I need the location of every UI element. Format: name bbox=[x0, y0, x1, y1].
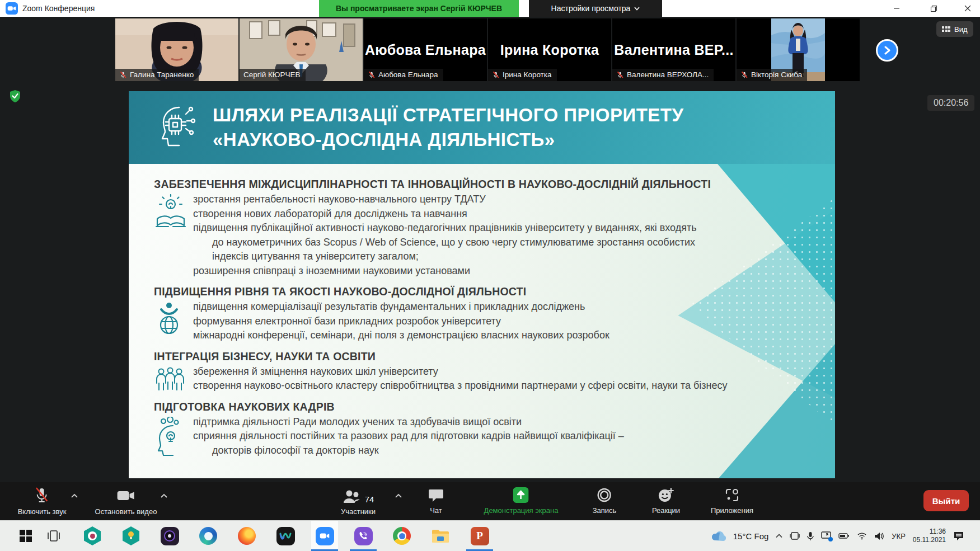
participants-button[interactable]: 74 Участники bbox=[341, 487, 376, 516]
chat-button[interactable]: Чат bbox=[428, 487, 444, 515]
participant-tile-ayubova[interactable]: Аюбова Ельнара Аюбова Ельнара bbox=[364, 18, 487, 81]
participants-icon bbox=[343, 489, 360, 504]
bullet: розширення співпраці з іноземними науков… bbox=[193, 264, 824, 279]
mic-muted-icon bbox=[35, 487, 49, 504]
system-tray: 15°C Fog УКР 11:36 05.11.2021 bbox=[711, 521, 964, 551]
windows-logo-icon bbox=[19, 529, 32, 543]
minimize-icon bbox=[893, 5, 900, 12]
meeting-stage: Галина Тараненко bbox=[0, 17, 980, 520]
person-globe-icon bbox=[154, 300, 193, 343]
tray-battery-icon[interactable] bbox=[838, 532, 850, 540]
section-heading: ЗАБЕЗПЕЧЕННЯ МІЖДИСЦИПЛІНАРНОСТІ ТА ІННО… bbox=[154, 178, 835, 191]
reactions-smiley-icon bbox=[658, 487, 674, 503]
chat-bubble-icon bbox=[428, 487, 444, 503]
chrome-browser-icon[interactable] bbox=[388, 521, 415, 551]
record-button[interactable]: Запись bbox=[593, 487, 617, 515]
mic-muted-icon bbox=[492, 71, 500, 79]
video-strip: Галина Тараненко bbox=[115, 18, 860, 81]
apps-button[interactable]: Приложения bbox=[711, 487, 753, 515]
tray-volume-icon[interactable] bbox=[874, 532, 884, 540]
bullet: формування електронної бази прикладних р… bbox=[193, 314, 824, 329]
minimize-button[interactable] bbox=[883, 0, 909, 17]
zoom-control-bar: Включить звук Остановить видео bbox=[0, 482, 980, 520]
view-settings-dropdown[interactable]: Настройки просмотра bbox=[529, 0, 662, 17]
slide-section: ІНТЕГРАЦІЯ БІЗНЕСУ, НАУКИ ТА ОСВІТИ bbox=[154, 350, 835, 393]
firefox-browser-icon[interactable] bbox=[233, 521, 260, 551]
mic-muted-icon bbox=[368, 71, 376, 79]
start-button[interactable] bbox=[12, 521, 39, 551]
file-explorer-icon[interactable] bbox=[427, 521, 454, 551]
idea-hexagon-app-icon[interactable] bbox=[118, 521, 144, 551]
bullet: підтримка діяльності Ради молодих учених… bbox=[193, 415, 824, 430]
close-button[interactable] bbox=[954, 0, 980, 17]
date: 05.11.2021 bbox=[913, 536, 946, 544]
reactions-button[interactable]: Реакции bbox=[652, 487, 680, 515]
tray-screenshare-icon[interactable] bbox=[821, 531, 831, 540]
slide-title-block: ШЛЯХИ РЕАЛІЗАЦІЇ СТРАТЕГІЧНОГО ПРІОРИТЕТ… bbox=[213, 103, 684, 152]
window-titlebar: Zoom Конференция Вы просматриваете экран… bbox=[0, 0, 980, 17]
language-indicator[interactable]: УКР bbox=[892, 532, 906, 540]
tray-wifi-icon[interactable] bbox=[857, 532, 867, 540]
tray-camera-icon[interactable] bbox=[790, 531, 800, 540]
window-title: Zoom Конференция bbox=[22, 4, 95, 13]
zoom-app-icon bbox=[6, 2, 18, 15]
close-icon bbox=[964, 5, 971, 12]
weather-text[interactable]: 15°C Fog bbox=[733, 531, 769, 541]
section-heading: ПІДВИЩЕННЯ РІВНЯ ТА ЯКОСТІ НАУКОВО-ДОСЛІ… bbox=[154, 285, 835, 298]
restore-button[interactable] bbox=[921, 0, 947, 17]
participant-name-label: Вікторія Скиба bbox=[737, 69, 807, 81]
bullet: підвищення комерціалізації результатів ф… bbox=[193, 300, 824, 314]
bullet: індексів цитування та університету загал… bbox=[212, 249, 824, 264]
mic-muted-icon bbox=[119, 71, 127, 79]
video-camera-icon bbox=[116, 487, 135, 504]
edge-browser-icon[interactable] bbox=[195, 521, 222, 551]
webex-app-icon[interactable] bbox=[272, 521, 299, 551]
media-app-icon[interactable] bbox=[156, 521, 183, 551]
participant-name-label: Аюбова Ельнара bbox=[364, 69, 443, 81]
section-heading: ПІДГОТОВКА НАУКОВИХ КАДРІВ bbox=[154, 401, 835, 413]
bullet: докторів філософії та докторів наук bbox=[212, 444, 824, 458]
task-view-button[interactable] bbox=[40, 521, 67, 551]
viber-app-icon[interactable] bbox=[350, 521, 377, 551]
security-shield-icon bbox=[10, 90, 21, 103]
participant-name-label: Ірина Коротка bbox=[488, 69, 557, 81]
ai-head-circuit-icon bbox=[154, 102, 198, 153]
video-options-chevron[interactable] bbox=[160, 493, 168, 498]
powerpoint-app-icon[interactable]: P bbox=[466, 521, 493, 551]
participants-count: 74 bbox=[365, 495, 374, 504]
participant-tile-viktoriya[interactable]: Вікторія Скиба bbox=[737, 18, 860, 81]
grid-view-icon bbox=[942, 26, 950, 32]
bullet: міжнародні конференції, семінари, дні по… bbox=[193, 328, 824, 343]
tray-expand-chevron[interactable] bbox=[776, 534, 782, 538]
slide-header: ШЛЯХИ РЕАЛІЗАЦІЇ СТРАТЕГІЧНОГО ПРІОРИТЕТ… bbox=[129, 91, 835, 164]
tray-mic-icon[interactable] bbox=[807, 531, 814, 541]
participant-tile-iryna[interactable]: Ірина Коротка Ірина Коротка bbox=[488, 18, 611, 81]
stop-video-button[interactable]: Остановить видео bbox=[95, 487, 157, 516]
share-screen-icon bbox=[513, 487, 529, 503]
antivirus-app-icon[interactable] bbox=[79, 521, 106, 551]
slide-body: ЗАБЕЗПЕЧЕННЯ МІЖДИСЦИПЛІНАРНОСТІ ТА ІННО… bbox=[129, 164, 835, 478]
slide-section: ПІДГОТОВКА НАУКОВИХ КАДРІВ bbox=[154, 401, 835, 458]
windows-taskbar: P 15°C Fog УКР 11:36 05.11.2021 bbox=[0, 520, 980, 551]
participants-options-chevron[interactable] bbox=[395, 493, 402, 498]
participant-name-label: Сергій КЮРЧЕВ bbox=[240, 69, 306, 81]
weather-cloud-icon bbox=[711, 531, 726, 541]
leave-meeting-button[interactable]: Выйти bbox=[923, 490, 969, 511]
participant-name-label: Галина Тараненко bbox=[115, 69, 199, 81]
notification-center-icon[interactable] bbox=[953, 530, 964, 541]
taskbar-clock[interactable]: 11:36 05.11.2021 bbox=[913, 528, 946, 544]
share-timer: 00:20:56 bbox=[927, 95, 974, 111]
participant-tile-galyna[interactable]: Галина Тараненко bbox=[115, 18, 238, 81]
mic-muted-icon bbox=[740, 71, 748, 79]
share-screen-button[interactable]: Демонстрация экрана bbox=[484, 487, 559, 515]
view-mode-button[interactable]: Вид bbox=[936, 21, 973, 37]
next-participants-button[interactable] bbox=[876, 39, 898, 62]
task-view-icon bbox=[46, 529, 61, 543]
participant-tile-sergiy-active-speaker[interactable]: Сергій КЮРЧЕВ bbox=[240, 18, 363, 81]
slide-section: ЗАБЕЗПЕЧЕННЯ МІЖДИСЦИПЛІНАРНОСТІ ТА ІННО… bbox=[154, 178, 835, 278]
bullet: сприяння діяльності постійних та разових… bbox=[193, 429, 824, 444]
zoom-taskbar-icon[interactable] bbox=[311, 521, 338, 551]
participant-tile-valentyna[interactable]: Валентина ВЕР... Валентина ВЕРХОЛА... bbox=[612, 18, 735, 81]
unmute-button[interactable]: Включить звук bbox=[18, 487, 67, 516]
audio-options-chevron[interactable] bbox=[71, 493, 78, 498]
